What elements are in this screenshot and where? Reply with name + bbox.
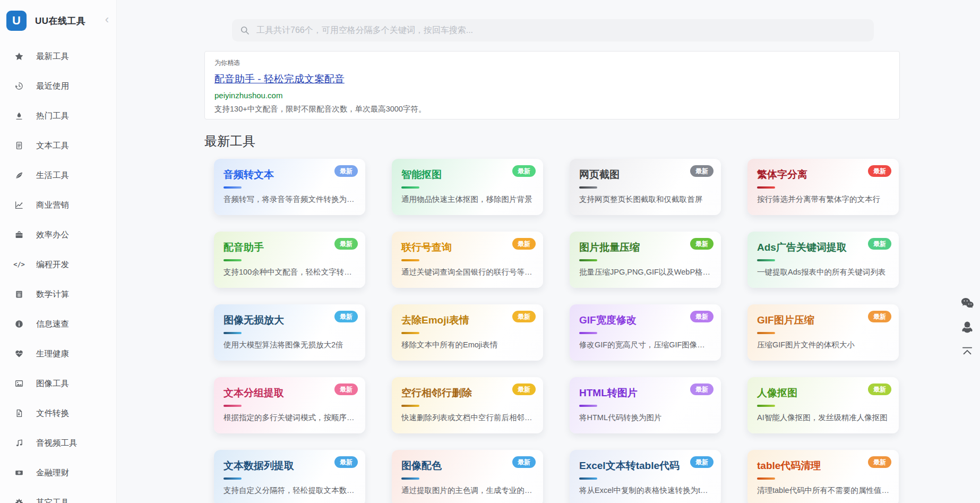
trend-chart-icon [14, 200, 24, 210]
new-badge: 最新 [334, 165, 358, 177]
sidebar-item-label: 最近使用 [36, 81, 69, 92]
tool-card[interactable]: 去除Emoji表情 移除文本中所有的Emoji表情 最新 [392, 304, 543, 361]
tool-card[interactable]: 网页截图 支持网页整页长图截取和仅截取首屏 最新 [570, 159, 721, 215]
sidebar-item-life-tools[interactable]: 生活工具 [0, 160, 116, 190]
sidebar-item-marketing[interactable]: 商业营销 [0, 190, 116, 220]
sidebar: U UU在线工具 ‹ 最新工具 最近使用 热门工具 文本工具 生活工具 商业营销… [0, 0, 117, 503]
floating-buttons [956, 295, 978, 359]
tool-card-description: 压缩GIF图片文件的体积大小 [757, 340, 889, 350]
sidebar-item-label: 文件转换 [36, 408, 69, 419]
tool-card[interactable]: 图像配色 通过提取图片的主色调，生成专业的配色... 最新 [392, 450, 543, 503]
tool-card-description: 按行筛选并分离带有繁体字的文本行 [757, 194, 889, 204]
tool-card[interactable]: 智能抠图 通用物品快速主体抠图，移除图片背景 最新 [392, 159, 543, 215]
sidebar-item-info-lookup[interactable]: 信息速查 [0, 309, 116, 339]
sidebar-item-finance[interactable]: 金融理财 [0, 458, 116, 488]
tool-card[interactable]: GIF宽度修改 修改GIF的宽高尺寸，压缩GIF图像体积 最新 [570, 304, 721, 361]
sidebar-item-label: 生理健康 [36, 348, 69, 360]
tool-card[interactable]: 空行相邻行删除 快速删除列表或文档中空行前后相邻行，... 最新 [392, 377, 543, 433]
sidebar-item-av-tools[interactable]: 音视频工具 [0, 428, 116, 458]
new-badge: 最新 [334, 456, 358, 468]
tool-card-description: 通过关键词查询全国银行的联行号等信息 [401, 267, 534, 277]
tool-card-description: 一键提取Ads报表中的所有关键词列表 [757, 267, 889, 277]
sidebar-item-hot-tools[interactable]: 热门工具 [0, 101, 116, 131]
tool-card[interactable]: 联行号查询 通过关键词查询全国银行的联行号等信息 最新 [392, 232, 543, 288]
tool-card[interactable]: 图片批量压缩 批量压缩JPG,PNG,GIF以及WebP格式的图... 最新 [570, 232, 721, 288]
info-icon [14, 319, 24, 329]
sidebar-item-label: 热门工具 [36, 110, 69, 122]
tool-card[interactable]: 人像抠图 AI智能人像抠图，发丝级精准人像抠图 最新 [747, 377, 899, 433]
title-underline [401, 405, 419, 407]
new-badge: 最新 [690, 311, 713, 322]
title-underline [757, 405, 775, 407]
tool-card[interactable]: GIF图片压缩 压缩GIF图片文件的体积大小 最新 [747, 304, 899, 361]
title-underline [757, 478, 775, 480]
title-underline [579, 186, 597, 189]
back-to-top-icon[interactable] [959, 343, 975, 359]
sidebar-item-label: 最新工具 [36, 51, 69, 62]
sidebar-item-file-convert[interactable]: 文件转换 [0, 398, 116, 428]
new-badge: 最新 [512, 311, 536, 322]
logo-row: U UU在线工具 ‹ [0, 0, 116, 35]
new-badge: 最新 [690, 456, 713, 468]
sidebar-item-label: 效率办公 [36, 229, 69, 241]
sidebar-item-label: 其它工具 [36, 497, 69, 503]
tool-card[interactable]: HTML转图片 将HTML代码转换为图片 最新 [570, 377, 721, 433]
tool-card-description: 音频转写，将录音等音频文件转换为文本... [223, 194, 356, 204]
star-icon [14, 51, 24, 62]
sidebar-item-health[interactable]: 生理健康 [0, 339, 116, 369]
document-icon [14, 140, 24, 151]
sidebar-collapse-icon[interactable]: ‹ [105, 14, 109, 25]
sidebar-item-label: 文本工具 [36, 140, 69, 151]
tool-card[interactable]: 文本分组提取 根据指定的多行关键词模式，按顺序提取... 最新 [214, 377, 365, 433]
sidebar-item-label: 数学计算 [36, 289, 69, 300]
new-badge: 最新 [868, 383, 891, 395]
tool-card[interactable]: 音频转文本 音频转写，将录音等音频文件转换为文本... 最新 [214, 159, 365, 215]
search-input[interactable] [256, 25, 866, 35]
wechat-icon[interactable] [959, 295, 975, 311]
sidebar-item-label: 生活工具 [36, 170, 69, 181]
new-badge: 最新 [690, 238, 713, 250]
sidebar-item-math[interactable]: 数学计算 [0, 279, 116, 309]
tool-card-description: 批量压缩JPG,PNG,GIF以及WebP格式的图... [579, 267, 711, 277]
sidebar-item-other-tools[interactable]: 其它工具 [0, 488, 116, 503]
sidebar-item-image-tools[interactable]: 图像工具 [0, 369, 116, 398]
title-underline [401, 332, 419, 334]
history-icon [14, 81, 24, 91]
sidebar-item-recently-used[interactable]: 最近使用 [0, 71, 116, 101]
new-badge: 最新 [690, 383, 713, 395]
tool-card-description: 将从Excel中复制的表格快速转换为table... [579, 485, 711, 496]
search-icon [239, 25, 250, 36]
tool-card-description: 清理table代码中所有不需要的属性值，如... [757, 485, 889, 496]
sidebar-item-text-tools[interactable]: 文本工具 [0, 131, 116, 160]
title-underline [401, 478, 419, 480]
new-badge: 最新 [334, 238, 358, 250]
music-note-icon [14, 438, 24, 448]
sidebar-item-office[interactable]: 效率办公 [0, 220, 116, 250]
tool-card[interactable]: 繁体字分离 按行筛选并分离带有繁体字的文本行 最新 [747, 159, 899, 215]
app-logo[interactable]: U [6, 11, 27, 31]
new-badge: 最新 [334, 311, 358, 322]
tool-card-description: 使用大模型算法将图像无损放大2倍 [223, 340, 356, 350]
tool-card-description: 修改GIF的宽高尺寸，压缩GIF图像体积 [579, 340, 711, 350]
banknote-icon [14, 467, 24, 478]
ink-drop-icon [14, 110, 24, 121]
sidebar-item-newest-tools[interactable]: 最新工具 [0, 41, 116, 71]
new-badge: 最新 [512, 238, 536, 250]
tool-card[interactable]: Ads广告关键词提取 一键提取Ads报表中的所有关键词列表 最新 [747, 232, 899, 288]
new-badge: 最新 [868, 238, 891, 250]
app-title: UU在线工具 [35, 15, 86, 27]
tool-card[interactable]: 配音助手 支持100余种中文配音，轻松文字转语音 最新 [214, 232, 365, 288]
tool-card[interactable]: Excel文本转table代码 将从Excel中复制的表格快速转换为table.… [570, 450, 721, 503]
sidebar-item-dev[interactable]: </> 编程开发 [0, 250, 116, 279]
title-underline [757, 186, 775, 189]
promo-title-link[interactable]: 配音助手 - 轻松完成文案配音 [214, 72, 345, 86]
tool-card[interactable]: table代码清理 清理table代码中所有不需要的属性值，如... 最新 [747, 450, 899, 503]
image-icon [14, 378, 24, 389]
tool-card[interactable]: 图像无损放大 使用大模型算法将图像无损放大2倍 最新 [214, 304, 365, 361]
tool-card-description: 通用物品快速主体抠图，移除图片背景 [401, 194, 534, 204]
tool-card[interactable]: 文本数据列提取 支持自定义分隔符，轻松提取文本数据中... 最新 [214, 450, 365, 503]
title-underline [579, 405, 597, 407]
tool-card-description: 支持100余种中文配音，轻松文字转语音 [223, 267, 356, 277]
sidebar-item-label: 音视频工具 [36, 438, 78, 449]
qq-icon[interactable] [959, 319, 975, 335]
